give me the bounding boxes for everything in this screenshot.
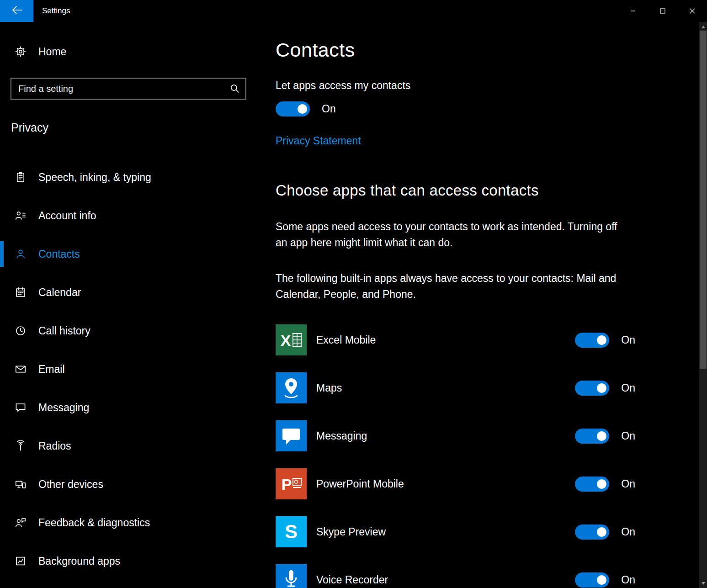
excel-mobile-toggle[interactable] [575, 333, 609, 348]
sidebar: Home Privacy Spee [0, 22, 256, 588]
clipboard-icon [15, 172, 26, 183]
svg-text:P: P [282, 476, 292, 493]
maps-toggle[interactable] [575, 381, 609, 396]
close-icon [690, 8, 695, 14]
sidebar-item-label: Contacts [38, 248, 80, 260]
app-row: P PowerPoint Mobile On [276, 468, 699, 499]
excel-mobile-icon: X [276, 324, 307, 355]
sidebar-item-calendar[interactable]: Calendar [0, 273, 256, 312]
sidebar-item-radios[interactable]: Radios [0, 427, 256, 465]
powerpoint-mobile-icon: P [276, 468, 307, 499]
sidebar-item-account-info[interactable]: Account info [0, 196, 256, 235]
scroll-down-arrow-icon[interactable] [699, 579, 707, 587]
page-title: Contacts [276, 39, 699, 61]
toggle-knob [597, 431, 606, 441]
builtin-apps-note: The following built-in apps always have … [276, 270, 623, 302]
minimize-icon [630, 8, 636, 14]
app-list: X Excel Mobile On [276, 324, 699, 588]
toggle-knob [597, 575, 606, 585]
app-row: Maps On [276, 372, 699, 403]
window-controls [618, 0, 707, 22]
sidebar-home-label: Home [38, 46, 66, 58]
search-button[interactable] [223, 79, 245, 99]
sidebar-item-label: Background apps [38, 555, 120, 567]
maximize-button[interactable] [648, 0, 677, 22]
section-description: Some apps need access to your contacts t… [276, 219, 623, 251]
voice-recorder-toggle[interactable] [575, 572, 609, 588]
sidebar-item-label: Calendar [38, 286, 81, 299]
titlebar: Settings [0, 0, 707, 22]
maximize-icon [660, 8, 665, 14]
privacy-statement-link[interactable]: Privacy Statement [276, 135, 361, 147]
main-panel: Contacts Let apps access my contacts On … [256, 22, 699, 588]
messaging-app-icon [276, 420, 307, 451]
sidebar-item-feedback-diagnostics[interactable]: Feedback & diagnostics [0, 503, 256, 542]
app-toggle-state: On [621, 478, 635, 490]
background-apps-icon [15, 556, 26, 567]
app-toggle-state: On [621, 382, 635, 394]
sidebar-item-call-history[interactable]: Call history [0, 312, 256, 350]
feedback-icon [15, 517, 26, 528]
app-row: Voice Recorder On [276, 564, 699, 588]
account-info-icon [15, 210, 26, 221]
sidebar-item-label: Feedback & diagnostics [38, 517, 150, 529]
scrollbar[interactable] [699, 22, 707, 588]
sidebar-item-label: Radios [38, 440, 71, 452]
app-toggle-state: On [621, 430, 635, 442]
sidebar-item-label: Email [38, 363, 65, 376]
window-content: Home Privacy Spee [0, 22, 707, 588]
sidebar-item-background-apps[interactable]: Background apps [0, 542, 256, 580]
search-box [11, 78, 246, 100]
sidebar-item-speech-inking-typing[interactable]: Speech, inking, & typing [0, 158, 256, 196]
app-row: S Skype Preview On [276, 516, 699, 547]
app-name: Messaging [316, 430, 367, 442]
sidebar-item-contacts[interactable]: Contacts [0, 235, 256, 273]
scrollbar-thumb[interactable] [700, 31, 707, 369]
toggle-knob [597, 527, 606, 537]
toggle-knob [597, 479, 606, 489]
sidebar-item-label: Account info [38, 210, 96, 222]
sidebar-item-label: Other devices [38, 478, 103, 491]
toggle-knob [298, 104, 307, 114]
master-toggle[interactable] [276, 101, 310, 117]
skype-preview-icon: S [276, 516, 307, 547]
messaging-toggle[interactable] [575, 429, 609, 444]
maps-icon [276, 372, 307, 403]
sidebar-item-messaging[interactable]: Messaging [0, 388, 256, 427]
search-input[interactable] [11, 79, 223, 99]
app-name: Maps [316, 382, 342, 394]
skype-preview-toggle[interactable] [575, 524, 609, 540]
app-row: X Excel Mobile On [276, 324, 699, 355]
app-name: Voice Recorder [316, 574, 388, 586]
app-toggle-state: On [621, 334, 635, 346]
sidebar-item-label: Messaging [38, 402, 89, 414]
back-arrow-icon [11, 4, 23, 18]
powerpoint-mobile-toggle[interactable] [575, 477, 609, 492]
sidebar-nav: Speech, inking, & typing Account info [0, 158, 256, 580]
sidebar-item-home[interactable]: Home [0, 41, 256, 63]
minimize-button[interactable] [618, 0, 648, 22]
sidebar-item-email[interactable]: Email [0, 350, 256, 388]
sidebar-item-other-devices[interactable]: Other devices [0, 465, 256, 503]
app-toggle-state: On [621, 574, 635, 586]
voice-recorder-icon [276, 564, 307, 588]
master-toggle-row: On [276, 101, 699, 117]
gear-icon [15, 46, 26, 57]
back-button[interactable] [0, 0, 33, 22]
app-name: Skype Preview [316, 526, 386, 538]
master-toggle-state: On [322, 103, 336, 115]
app-toggle-state: On [621, 526, 635, 538]
email-icon [15, 364, 26, 375]
messaging-icon [15, 402, 26, 413]
radios-icon [15, 440, 26, 451]
scroll-up-arrow-icon[interactable] [699, 23, 707, 31]
sidebar-section-label: Privacy [11, 121, 256, 134]
app-name: Excel Mobile [316, 334, 376, 346]
sidebar-item-label: Call history [38, 325, 90, 337]
call-history-icon [15, 325, 26, 336]
window-title: Settings [42, 6, 70, 16]
svg-text:S: S [285, 521, 298, 542]
close-button[interactable] [677, 0, 707, 22]
master-toggle-label: Let apps access my contacts [276, 79, 699, 92]
contacts-icon [15, 249, 26, 260]
